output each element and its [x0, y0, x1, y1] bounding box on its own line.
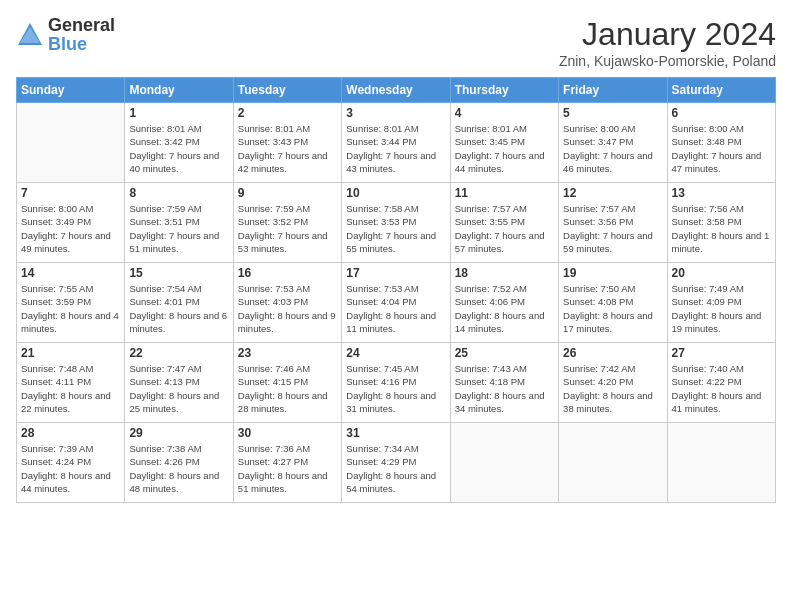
page-header: General Blue January 2024 Znin, Kujawsko… — [16, 16, 776, 69]
logo: General Blue — [16, 16, 115, 54]
calendar-cell: 30Sunrise: 7:36 AMSunset: 4:27 PMDayligh… — [233, 423, 341, 503]
day-header-thursday: Thursday — [450, 78, 558, 103]
day-info: Sunrise: 7:43 AMSunset: 4:18 PMDaylight:… — [455, 362, 554, 415]
day-number: 27 — [672, 346, 771, 360]
day-info: Sunrise: 7:48 AMSunset: 4:11 PMDaylight:… — [21, 362, 120, 415]
day-number: 9 — [238, 186, 337, 200]
day-info: Sunrise: 7:59 AMSunset: 3:51 PMDaylight:… — [129, 202, 228, 255]
calendar-cell: 6Sunrise: 8:00 AMSunset: 3:48 PMDaylight… — [667, 103, 775, 183]
day-number: 14 — [21, 266, 120, 280]
day-number: 2 — [238, 106, 337, 120]
day-number: 13 — [672, 186, 771, 200]
day-info: Sunrise: 8:01 AMSunset: 3:44 PMDaylight:… — [346, 122, 445, 175]
day-info: Sunrise: 7:38 AMSunset: 4:26 PMDaylight:… — [129, 442, 228, 495]
calendar-cell: 25Sunrise: 7:43 AMSunset: 4:18 PMDayligh… — [450, 343, 558, 423]
calendar-week-row: 14Sunrise: 7:55 AMSunset: 3:59 PMDayligh… — [17, 263, 776, 343]
day-number: 15 — [129, 266, 228, 280]
day-number: 23 — [238, 346, 337, 360]
day-number: 16 — [238, 266, 337, 280]
day-info: Sunrise: 7:53 AMSunset: 4:03 PMDaylight:… — [238, 282, 337, 335]
calendar-cell: 15Sunrise: 7:54 AMSunset: 4:01 PMDayligh… — [125, 263, 233, 343]
day-info: Sunrise: 8:01 AMSunset: 3:45 PMDaylight:… — [455, 122, 554, 175]
calendar-cell: 12Sunrise: 7:57 AMSunset: 3:56 PMDayligh… — [559, 183, 667, 263]
calendar-week-row: 28Sunrise: 7:39 AMSunset: 4:24 PMDayligh… — [17, 423, 776, 503]
calendar-cell: 9Sunrise: 7:59 AMSunset: 3:52 PMDaylight… — [233, 183, 341, 263]
calendar-cell: 4Sunrise: 8:01 AMSunset: 3:45 PMDaylight… — [450, 103, 558, 183]
calendar-cell: 3Sunrise: 8:01 AMSunset: 3:44 PMDaylight… — [342, 103, 450, 183]
calendar-cell: 19Sunrise: 7:50 AMSunset: 4:08 PMDayligh… — [559, 263, 667, 343]
day-number: 25 — [455, 346, 554, 360]
day-number: 31 — [346, 426, 445, 440]
calendar-cell: 28Sunrise: 7:39 AMSunset: 4:24 PMDayligh… — [17, 423, 125, 503]
day-info: Sunrise: 7:49 AMSunset: 4:09 PMDaylight:… — [672, 282, 771, 335]
day-info: Sunrise: 7:46 AMSunset: 4:15 PMDaylight:… — [238, 362, 337, 415]
day-number: 3 — [346, 106, 445, 120]
calendar-cell: 7Sunrise: 8:00 AMSunset: 3:49 PMDaylight… — [17, 183, 125, 263]
day-header-saturday: Saturday — [667, 78, 775, 103]
calendar-cell — [667, 423, 775, 503]
day-number: 22 — [129, 346, 228, 360]
day-info: Sunrise: 7:57 AMSunset: 3:56 PMDaylight:… — [563, 202, 662, 255]
calendar-cell: 31Sunrise: 7:34 AMSunset: 4:29 PMDayligh… — [342, 423, 450, 503]
day-number: 17 — [346, 266, 445, 280]
day-header-tuesday: Tuesday — [233, 78, 341, 103]
calendar-cell: 8Sunrise: 7:59 AMSunset: 3:51 PMDaylight… — [125, 183, 233, 263]
day-header-friday: Friday — [559, 78, 667, 103]
day-header-sunday: Sunday — [17, 78, 125, 103]
calendar-cell: 20Sunrise: 7:49 AMSunset: 4:09 PMDayligh… — [667, 263, 775, 343]
calendar-cell: 16Sunrise: 7:53 AMSunset: 4:03 PMDayligh… — [233, 263, 341, 343]
calendar-cell: 10Sunrise: 7:58 AMSunset: 3:53 PMDayligh… — [342, 183, 450, 263]
day-info: Sunrise: 7:42 AMSunset: 4:20 PMDaylight:… — [563, 362, 662, 415]
day-number: 1 — [129, 106, 228, 120]
day-number: 21 — [21, 346, 120, 360]
calendar-cell: 29Sunrise: 7:38 AMSunset: 4:26 PMDayligh… — [125, 423, 233, 503]
day-number: 29 — [129, 426, 228, 440]
calendar-cell: 26Sunrise: 7:42 AMSunset: 4:20 PMDayligh… — [559, 343, 667, 423]
day-number: 18 — [455, 266, 554, 280]
day-number: 26 — [563, 346, 662, 360]
calendar-cell: 18Sunrise: 7:52 AMSunset: 4:06 PMDayligh… — [450, 263, 558, 343]
calendar-cell: 14Sunrise: 7:55 AMSunset: 3:59 PMDayligh… — [17, 263, 125, 343]
day-number: 10 — [346, 186, 445, 200]
calendar-cell: 27Sunrise: 7:40 AMSunset: 4:22 PMDayligh… — [667, 343, 775, 423]
logo-icon — [16, 21, 44, 49]
day-info: Sunrise: 7:45 AMSunset: 4:16 PMDaylight:… — [346, 362, 445, 415]
day-number: 28 — [21, 426, 120, 440]
day-info: Sunrise: 7:47 AMSunset: 4:13 PMDaylight:… — [129, 362, 228, 415]
day-number: 19 — [563, 266, 662, 280]
calendar-week-row: 7Sunrise: 8:00 AMSunset: 3:49 PMDaylight… — [17, 183, 776, 263]
location-title: Znin, Kujawsko-Pomorskie, Poland — [559, 53, 776, 69]
calendar-cell — [450, 423, 558, 503]
calendar-cell: 13Sunrise: 7:56 AMSunset: 3:58 PMDayligh… — [667, 183, 775, 263]
calendar-cell: 21Sunrise: 7:48 AMSunset: 4:11 PMDayligh… — [17, 343, 125, 423]
day-info: Sunrise: 8:01 AMSunset: 3:42 PMDaylight:… — [129, 122, 228, 175]
calendar-cell: 11Sunrise: 7:57 AMSunset: 3:55 PMDayligh… — [450, 183, 558, 263]
day-number: 11 — [455, 186, 554, 200]
calendar-cell: 24Sunrise: 7:45 AMSunset: 4:16 PMDayligh… — [342, 343, 450, 423]
day-info: Sunrise: 7:40 AMSunset: 4:22 PMDaylight:… — [672, 362, 771, 415]
day-info: Sunrise: 7:54 AMSunset: 4:01 PMDaylight:… — [129, 282, 228, 335]
day-info: Sunrise: 7:34 AMSunset: 4:29 PMDaylight:… — [346, 442, 445, 495]
day-number: 12 — [563, 186, 662, 200]
day-info: Sunrise: 7:50 AMSunset: 4:08 PMDaylight:… — [563, 282, 662, 335]
calendar-cell: 2Sunrise: 8:01 AMSunset: 3:43 PMDaylight… — [233, 103, 341, 183]
day-info: Sunrise: 7:58 AMSunset: 3:53 PMDaylight:… — [346, 202, 445, 255]
day-info: Sunrise: 7:39 AMSunset: 4:24 PMDaylight:… — [21, 442, 120, 495]
day-header-monday: Monday — [125, 78, 233, 103]
logo-text-blue: Blue — [48, 34, 87, 54]
day-info: Sunrise: 7:52 AMSunset: 4:06 PMDaylight:… — [455, 282, 554, 335]
day-number: 4 — [455, 106, 554, 120]
calendar-cell: 5Sunrise: 8:00 AMSunset: 3:47 PMDaylight… — [559, 103, 667, 183]
calendar-cell: 1Sunrise: 8:01 AMSunset: 3:42 PMDaylight… — [125, 103, 233, 183]
calendar-table: SundayMondayTuesdayWednesdayThursdayFrid… — [16, 77, 776, 503]
day-number: 6 — [672, 106, 771, 120]
calendar-body: 1Sunrise: 8:01 AMSunset: 3:42 PMDaylight… — [17, 103, 776, 503]
day-number: 30 — [238, 426, 337, 440]
day-number: 20 — [672, 266, 771, 280]
calendar-cell: 17Sunrise: 7:53 AMSunset: 4:04 PMDayligh… — [342, 263, 450, 343]
day-info: Sunrise: 7:56 AMSunset: 3:58 PMDaylight:… — [672, 202, 771, 255]
calendar-cell — [559, 423, 667, 503]
calendar-cell: 23Sunrise: 7:46 AMSunset: 4:15 PMDayligh… — [233, 343, 341, 423]
day-number: 7 — [21, 186, 120, 200]
calendar-header-row: SundayMondayTuesdayWednesdayThursdayFrid… — [17, 78, 776, 103]
